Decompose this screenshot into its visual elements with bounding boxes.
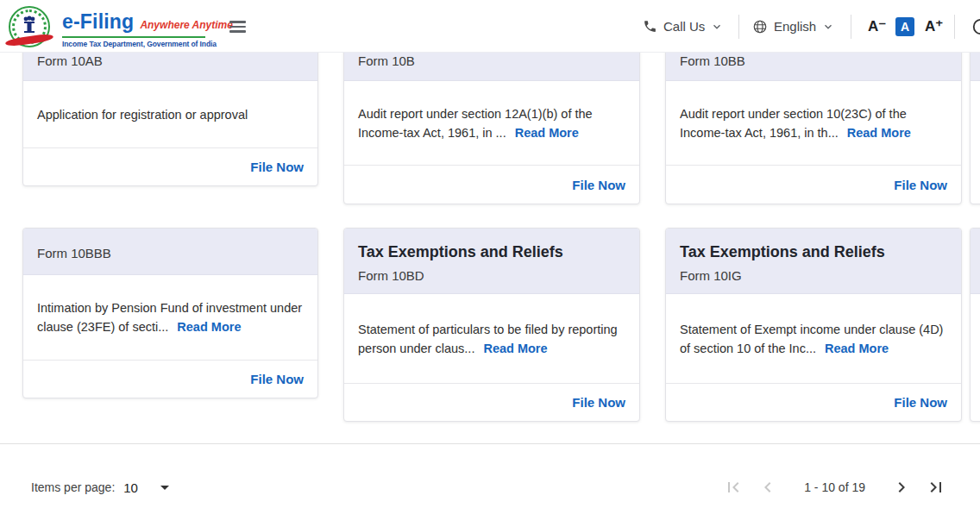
read-more-link[interactable]: Read More [825, 342, 889, 355]
form-name: Form 10IG [680, 268, 947, 283]
card-body: Statement of particulars to be filed by … [344, 294, 639, 383]
card-header: Tax Exemptions and Reliefs Form 10BD [344, 229, 639, 294]
topbar-divider [738, 15, 739, 39]
topbar-divider [954, 15, 955, 39]
phone-icon [643, 19, 657, 34]
select-caret-icon[interactable] [160, 486, 169, 490]
card-body: Statement of Exempt income under clause … [666, 294, 961, 383]
paginator-bar: Items per page: 10 1 - 10 of 19 [0, 443, 980, 508]
form-description: Statement of Exempt income under clause … [680, 323, 943, 355]
ashoka-pillar-icon [21, 16, 38, 36]
contrast-toggle-icon[interactable] [971, 17, 980, 36]
first-page-button[interactable] [723, 477, 744, 498]
language-label: English [774, 19, 816, 34]
form-card-10b: Form 10B Audit report under section 12A(… [343, 28, 640, 204]
chevron-down-icon [711, 21, 723, 33]
globe-icon [752, 19, 768, 34]
read-more-link[interactable]: Read More [515, 126, 579, 140]
form-name: Form 10BD [358, 268, 625, 283]
form-name: Form 10AB [37, 53, 103, 68]
brand-tagline: Anywhere Anytime [140, 19, 233, 31]
brand-green-rule [62, 36, 205, 38]
form-description: Application for registration or approval [37, 108, 248, 122]
form-card-partial [970, 28, 980, 204]
last-page-icon [926, 477, 946, 498]
card-footer: File Now [23, 147, 317, 185]
font-size-default-button[interactable]: A [895, 17, 914, 36]
form-name: Form 10B [358, 53, 415, 68]
items-per-page-select[interactable]: 10 [123, 480, 138, 495]
last-page-button[interactable] [926, 477, 946, 498]
call-us-menu[interactable]: Call Us [643, 0, 723, 53]
page-controls: 1 - 10 of 19 [723, 477, 946, 498]
chevron-left-icon [757, 477, 778, 498]
page-range-label: 1 - 10 of 19 [804, 480, 865, 494]
chevron-down-icon [822, 21, 834, 33]
card-category-title: Tax Exemptions and Reliefs [358, 243, 625, 261]
read-more-link[interactable]: Read More [483, 342, 547, 355]
efiling-portal-page: Form 10AB Application for registration o… [0, 0, 980, 508]
brand-block: e-Filing Anywhere Anytime Income Tax Dep… [62, 10, 233, 48]
card-category-title: Tax Exemptions and Reliefs [680, 243, 947, 261]
card-footer: File Now [666, 165, 961, 204]
next-page-button[interactable] [891, 477, 912, 498]
items-per-page: Items per page: 10 [31, 480, 169, 495]
menu-hamburger-icon[interactable] [229, 21, 246, 33]
card-body: Audit report under section 12A(1)(b) of … [344, 81, 639, 165]
form-description: Intimation by Pension Fund of investment… [37, 301, 302, 334]
card-footer: File Now [344, 165, 639, 204]
card-body: Application for registration or approval [23, 81, 317, 147]
form-name: Form 10BBB [37, 246, 111, 260]
card-header: Form 10BBB [23, 229, 317, 275]
file-now-link[interactable]: File Now [572, 395, 625, 410]
brand-title: e-Filing [62, 10, 134, 34]
form-card-partial [970, 228, 980, 422]
read-more-link[interactable]: Read More [847, 126, 911, 140]
card-body [971, 294, 980, 421]
card-body: Audit report under section 10(23C) of th… [666, 81, 961, 165]
card-body [971, 81, 980, 204]
font-size-increase-button[interactable]: A⁺ [925, 0, 943, 53]
card-body: Intimation by Pension Fund of investment… [23, 275, 317, 360]
font-size-decrease-button[interactable]: A⁻ [868, 0, 886, 53]
card-header: Tax Exemptions and Reliefs Form 10IG [666, 229, 961, 294]
first-page-icon [723, 477, 744, 498]
form-card-10bd: Tax Exemptions and Reliefs Form 10BD Sta… [343, 228, 640, 422]
brand-subtitle: Income Tax Department, Government of Ind… [62, 40, 233, 48]
card-footer: File Now [666, 383, 961, 421]
form-card-10bb: Form 10BB Audit report under section 10(… [665, 28, 962, 204]
file-now-link[interactable]: File Now [572, 178, 625, 192]
file-now-link[interactable]: File Now [250, 160, 304, 174]
items-per-page-label: Items per page: [31, 480, 115, 494]
card-footer: File Now [344, 383, 639, 421]
language-menu[interactable]: English [752, 0, 834, 53]
form-name: Form 10BB [680, 53, 745, 68]
card-footer: File Now [23, 360, 317, 398]
file-now-link[interactable]: File Now [250, 372, 304, 386]
read-more-link[interactable]: Read More [177, 320, 241, 334]
previous-page-button[interactable] [757, 477, 778, 498]
form-card-10bbb: Form 10BBB Intimation by Pension Fund of… [22, 228, 318, 398]
call-us-label: Call Us [663, 19, 705, 34]
chevron-right-icon [891, 477, 912, 498]
topbar-divider [851, 15, 851, 39]
top-navigation-bar: e-Filing Anywhere Anytime Income Tax Dep… [0, 0, 980, 53]
card-header [971, 229, 980, 294]
file-now-link[interactable]: File Now [894, 395, 947, 410]
income-tax-dept-logo[interactable] [9, 6, 50, 47]
form-card-10ig: Tax Exemptions and Reliefs Form 10IG Sta… [665, 228, 962, 422]
file-now-link[interactable]: File Now [894, 178, 947, 192]
